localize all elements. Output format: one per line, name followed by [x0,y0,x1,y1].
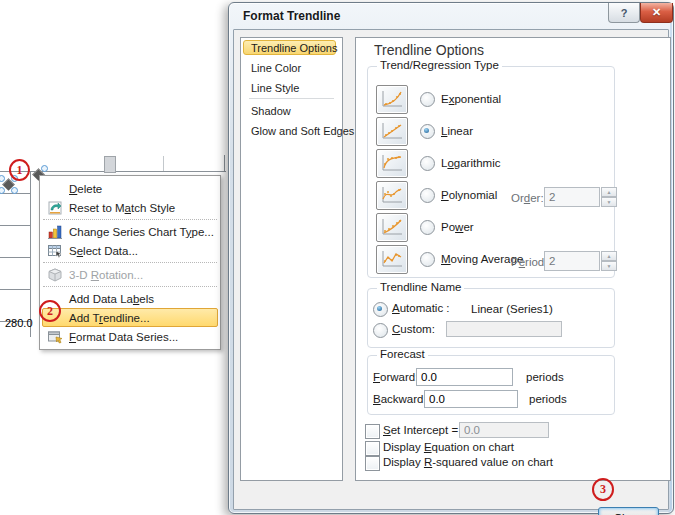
trend-regression-type-group: Trend/Regression Type Exponential [367,66,615,278]
axis-tick-label: 280.0 [5,317,33,329]
backward-unit-label: periods [529,393,567,405]
nav-item-glow-and-soft-edges[interactable]: Glow and Soft Edges [251,125,354,137]
chart-sizing-handle[interactable] [104,156,116,173]
menu-item-add-data-labels[interactable]: Add Data Labels [41,289,219,308]
nav-separator [249,98,334,99]
power-trend-icon[interactable] [376,213,408,242]
option-row-power[interactable]: Power [376,213,474,241]
menu-item-delete[interactable]: Delete [41,179,219,198]
menu-separator [43,262,217,263]
display-r-squared-label[interactable]: Display R-squared value on chart [383,456,553,468]
nav-item-line-style[interactable]: Line Style [251,82,299,94]
period-input [544,251,600,271]
dialog-body: Trendline Options Line Color Line Style … [233,29,669,510]
dialog-close-icon[interactable]: ✕ [640,3,673,23]
radio-power[interactable] [420,220,435,235]
menu-item-select-data[interactable]: Select Data... [41,241,219,260]
custom-name-label[interactable]: Custom: [392,323,435,335]
menu-item-reset-to-match-style[interactable]: Reset to Match Style [41,198,219,217]
format-data-series-icon [41,329,69,345]
set-intercept-input [459,422,549,438]
spinner-down-icon: ▼ [601,197,617,207]
automatic-name-label[interactable]: Automatic : [392,302,450,314]
linear-trend-icon[interactable] [376,117,408,146]
annotation-step-2: 2 [39,300,61,322]
menu-item-change-series-chart-type[interactable]: Change Series Chart Type... [41,222,219,241]
selection-handle[interactable] [41,165,48,172]
chart-tick-mark [163,156,164,171]
display-equation-label[interactable]: Display Equation on chart [383,441,514,453]
backward-periods-input[interactable] [424,390,518,408]
group-title: Forecast [377,348,428,360]
backward-label: Backward: [373,393,427,405]
logarithmic-trend-icon[interactable] [376,149,408,178]
forward-periods-input[interactable] [416,368,513,386]
menu-item-format-data-series[interactable]: Format Data Series... [41,327,219,346]
group-title: Trendline Name [377,281,464,293]
chart-plot-border [224,155,225,172]
chart-gridline [0,257,31,258]
change-chart-type-icon [41,224,69,240]
nav-item-shadow[interactable]: Shadow [251,105,291,117]
reset-match-style-icon [41,200,69,216]
spinner-up-icon: ▲ [601,251,617,261]
forecast-group: Forecast Forward: periods Backward: peri… [367,355,615,415]
menu-item-add-trendline[interactable]: Add Trendline... [42,308,218,327]
group-title: Trend/Regression Type [377,59,502,71]
radio-automatic-name[interactable] [373,302,388,317]
context-menu: Delete Reset to Match Style Change Serie… [39,175,221,350]
option-row-polynomial[interactable]: Polynomial [376,181,497,209]
display-r-squared-checkbox[interactable] [365,456,380,471]
menu-item-3d-rotation: 3-D Rotation... [41,265,219,284]
chart-gridline [0,289,31,290]
nav-item-line-color[interactable]: Line Color [251,62,301,74]
select-data-icon [41,243,69,259]
display-equation-checkbox[interactable] [365,441,380,456]
period-label: Period: [511,256,547,268]
3d-rotation-icon [41,267,69,283]
polynomial-trend-icon[interactable] [376,181,408,210]
radio-moving-average[interactable] [420,252,435,267]
forward-label: Forward: [373,371,418,383]
automatic-name-value: Linear (Series1) [471,303,553,315]
nav-item-trendline-options[interactable]: Trendline Options [243,40,336,55]
custom-name-input [446,321,562,337]
annotation-step-3: 3 [592,478,614,501]
set-intercept-checkbox[interactable] [365,424,380,439]
dialog-help-button[interactable]: ? [608,3,640,23]
spinner-up-icon: ▲ [601,187,617,197]
format-trendline-dialog: Format Trendline ? ✕ Trendline Options L… [228,2,674,514]
option-row-moving-average[interactable]: Moving Average [376,245,523,273]
trendline-options-panel: Trendline Options Trend/Regression Type … [355,37,671,481]
trendline-name-group: Trendline Name Automatic : Linear (Serie… [367,288,615,348]
order-label: Order: [511,192,544,204]
chart-plot-border [30,171,31,337]
close-button[interactable]: Close [598,507,659,515]
radio-polynomial[interactable] [420,188,435,203]
option-row-linear[interactable]: Linear [376,117,473,145]
panel-header: Trendline Options [374,42,484,58]
menu-separator [43,219,217,220]
screen: 280.0 Delete Reset to Match Style [0,0,675,515]
radio-linear[interactable] [420,124,435,139]
exponential-trend-icon[interactable] [376,85,408,114]
menu-separator [43,286,217,287]
selection-handle[interactable] [11,187,18,194]
radio-custom-name[interactable] [373,323,388,338]
dialog-nav-list: Trendline Options Line Color Line Style … [240,37,343,481]
set-intercept-label[interactable]: Set Intercept = [383,424,458,436]
option-row-logarithmic[interactable]: Logarithmic [376,149,500,177]
order-spinner: ▲ ▼ [544,187,617,207]
moving-average-trend-icon[interactable] [376,245,408,274]
order-input [544,187,600,207]
radio-logarithmic[interactable] [420,156,435,171]
annotation-step-1: 1 [9,159,30,181]
radio-exponential[interactable] [420,92,435,107]
period-spinner: ▲ ▼ [544,251,617,271]
chart-gridline [0,225,31,226]
option-row-exponential[interactable]: Exponential [376,85,501,113]
spinner-down-icon: ▼ [601,261,617,271]
forward-unit-label: periods [526,371,564,383]
dialog-title: Format Trendline [243,9,340,23]
